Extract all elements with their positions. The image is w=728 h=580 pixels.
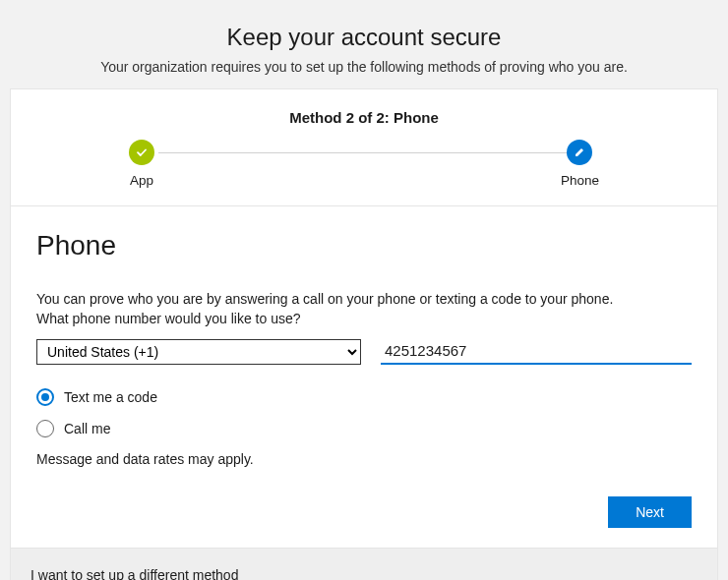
radio-label-text: Text me a code bbox=[64, 389, 157, 405]
progress-section: Method 2 of 2: Phone App Phone bbox=[11, 89, 717, 206]
instruction-text-2: What phone number would you like to use? bbox=[36, 309, 692, 328]
progress-step-app: App bbox=[129, 140, 154, 188]
radio-text-code[interactable]: Text me a code bbox=[36, 388, 692, 406]
rates-notice: Message and data rates may apply. bbox=[36, 451, 692, 467]
page-subtitle: Your organization requires you to set up… bbox=[8, 59, 720, 88]
progress-track: App Phone bbox=[70, 140, 658, 188]
card-footer: I want to set up a different method bbox=[11, 548, 717, 580]
next-button[interactable]: Next bbox=[608, 496, 692, 528]
section-title: Phone bbox=[36, 230, 692, 261]
checkmark-icon bbox=[129, 140, 154, 165]
progress-title: Method 2 of 2: Phone bbox=[70, 109, 658, 126]
progress-line bbox=[158, 152, 570, 153]
form-section: Phone You can prove who you are by answe… bbox=[11, 206, 717, 479]
radio-label-call: Call me bbox=[64, 421, 110, 436]
step-label-app: App bbox=[130, 173, 153, 188]
progress-step-phone: Phone bbox=[561, 140, 599, 188]
page-title: Keep your account secure bbox=[8, 8, 720, 59]
instruction-text-1: You can prove who you are by answering a… bbox=[36, 289, 692, 309]
button-row: Next bbox=[11, 479, 717, 548]
different-method-link[interactable]: I want to set up a different method bbox=[30, 567, 238, 580]
country-code-select[interactable]: United States (+1) bbox=[36, 339, 361, 365]
pencil-icon bbox=[567, 140, 592, 165]
step-label-phone: Phone bbox=[561, 173, 599, 188]
setup-card: Method 2 of 2: Phone App Phone Pho bbox=[10, 88, 718, 580]
phone-number-input[interactable] bbox=[381, 339, 692, 365]
radio-call-me[interactable]: Call me bbox=[36, 420, 692, 437]
phone-input-row: United States (+1) bbox=[36, 339, 692, 365]
radio-icon bbox=[36, 420, 54, 437]
radio-icon bbox=[36, 388, 54, 406]
